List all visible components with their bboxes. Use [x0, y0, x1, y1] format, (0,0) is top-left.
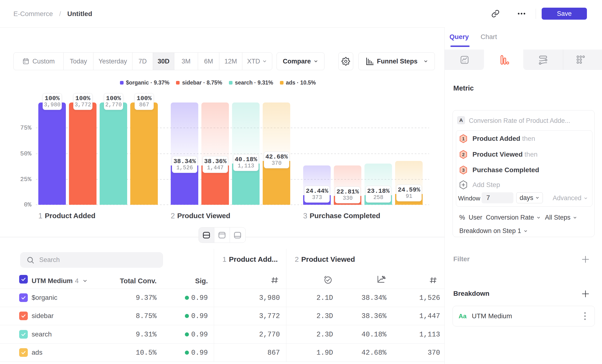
- svg-text:3: 3: [462, 168, 465, 173]
- svg-text:2: 2: [462, 152, 465, 157]
- svg-text:1: 1: [462, 136, 465, 141]
